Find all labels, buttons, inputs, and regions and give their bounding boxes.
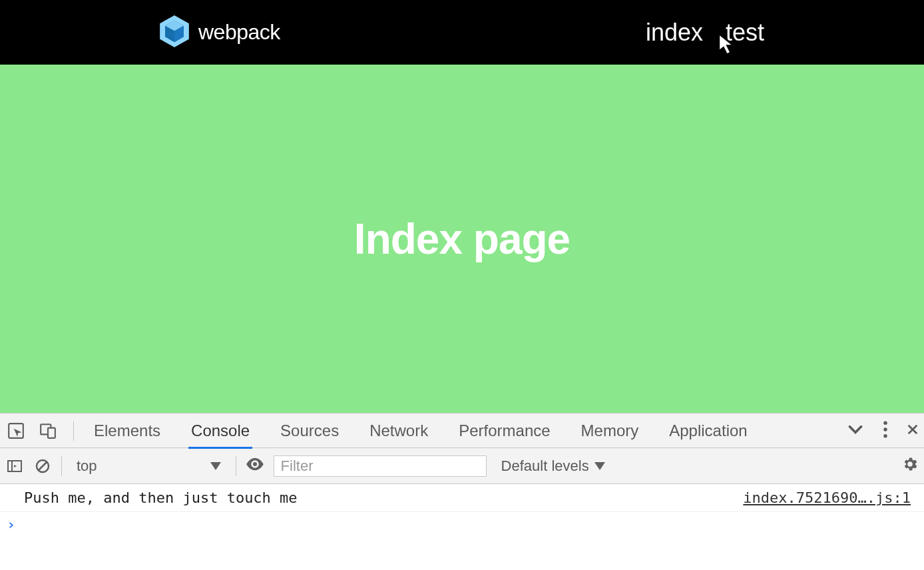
- devtools-tabstrip: Elements Console Sources Network Perform…: [0, 414, 924, 448]
- chevron-down-icon: [594, 462, 605, 470]
- more-tabs-icon[interactable]: [847, 424, 864, 438]
- tab-performance[interactable]: Performance: [459, 415, 550, 447]
- console-settings-icon[interactable]: [901, 455, 919, 477]
- svg-rect-7: [48, 428, 55, 437]
- device-toggle-icon[interactable]: [39, 422, 57, 440]
- svg-point-13: [253, 461, 257, 465]
- hero: Index page: [0, 65, 924, 413]
- console-filter-input[interactable]: [274, 455, 487, 477]
- tab-memory[interactable]: Memory: [581, 415, 639, 447]
- console-sidebar-toggle-icon[interactable]: [5, 457, 24, 475]
- brand: webpack: [160, 15, 280, 50]
- console-toolbar: top Default levels: [0, 448, 924, 484]
- tab-sources[interactable]: Sources: [280, 415, 339, 447]
- svg-point-9: [883, 428, 887, 431]
- log-levels-dropdown[interactable]: Default levels: [501, 457, 605, 475]
- tab-application[interactable]: Application: [669, 415, 747, 447]
- tab-elements[interactable]: Elements: [94, 415, 160, 447]
- chevron-down-icon: [210, 462, 221, 470]
- webpack-logo-icon: [160, 15, 189, 50]
- devtools-tabstrip-left: [4, 421, 79, 441]
- brand-name: webpack: [198, 20, 280, 45]
- separator: [236, 456, 236, 476]
- close-devtools-icon[interactable]: [907, 424, 919, 438]
- svg-point-8: [883, 421, 887, 424]
- devtools-tabstrip-right: [847, 421, 920, 441]
- tab-network[interactable]: Network: [369, 415, 428, 447]
- page-title: Index page: [354, 214, 570, 264]
- app-header: webpack index test: [0, 0, 924, 65]
- log-levels-label: Default levels: [501, 457, 589, 475]
- nav-link-test[interactable]: test: [726, 19, 764, 47]
- console-body: Push me, and then just touch me index.75…: [0, 484, 924, 570]
- clear-console-icon[interactable]: [33, 457, 52, 475]
- console-message: Push me, and then just touch me: [24, 489, 298, 506]
- live-expression-icon[interactable]: [246, 457, 264, 475]
- devtools-panel: Elements Console Sources Network Perform…: [0, 413, 924, 570]
- nav-links: index test: [646, 19, 764, 47]
- svg-point-10: [883, 434, 887, 437]
- console-log-row: Push me, and then just touch me index.75…: [0, 484, 924, 512]
- nav-link-index[interactable]: index: [646, 19, 703, 47]
- separator: [73, 421, 74, 441]
- execution-context-dropdown[interactable]: top: [71, 457, 226, 475]
- execution-context-value: top: [77, 457, 97, 475]
- console-prompt[interactable]: ›: [0, 512, 924, 537]
- console-source-link[interactable]: index.7521690….js:1: [743, 489, 911, 506]
- separator: [61, 456, 62, 476]
- tab-console[interactable]: Console: [191, 415, 250, 447]
- devtools-tabs: Elements Console Sources Network Perform…: [94, 415, 748, 447]
- kebab-menu-icon[interactable]: [883, 421, 888, 441]
- inspect-element-icon[interactable]: [7, 422, 25, 440]
